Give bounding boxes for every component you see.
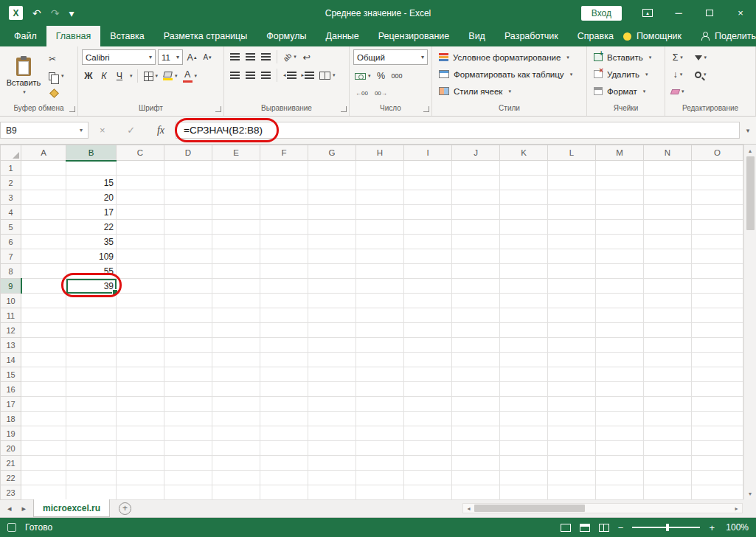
cell-K19[interactable]: [500, 426, 548, 441]
cell-C10[interactable]: [117, 294, 164, 308]
customize-quick-access-icon[interactable]: ▾: [69, 8, 74, 18]
cell-O21[interactable]: [692, 456, 743, 471]
align-top-button[interactable]: [228, 49, 241, 64]
fill-button[interactable]: ↓▾: [670, 67, 686, 82]
cell-C15[interactable]: [117, 367, 164, 382]
cell-E12[interactable]: [212, 323, 260, 338]
cell-L1[interactable]: [548, 161, 596, 176]
cell-L9[interactable]: [548, 279, 596, 294]
cell-A15[interactable]: [21, 367, 66, 382]
cell-A6[interactable]: [21, 235, 66, 249]
cell-K14[interactable]: [500, 353, 548, 367]
cell-O16[interactable]: [692, 382, 743, 397]
cell-E10[interactable]: [212, 294, 260, 308]
cell-B6[interactable]: 35: [66, 235, 117, 249]
cell-D14[interactable]: [164, 353, 212, 367]
row-header-8[interactable]: 8: [1, 264, 21, 279]
cell-B11[interactable]: [66, 308, 117, 323]
cell-I6[interactable]: [404, 235, 452, 249]
maximize-button[interactable]: [694, 0, 725, 26]
cell-O14[interactable]: [692, 353, 743, 367]
horizontal-scrollbar-thumb[interactable]: [474, 505, 585, 512]
cell-F22[interactable]: [260, 471, 308, 485]
cell-F8[interactable]: [260, 264, 308, 279]
cell-G6[interactable]: [308, 235, 356, 249]
cell-H2[interactable]: [356, 176, 404, 190]
cut-button[interactable]: ✂: [46, 52, 66, 66]
cell-C21[interactable]: [117, 456, 164, 471]
cell-D8[interactable]: [164, 264, 212, 279]
cell-D2[interactable]: [164, 176, 212, 190]
row-header-14[interactable]: 14: [1, 353, 21, 367]
merge-center-button[interactable]: ▾: [318, 68, 337, 83]
cell-N14[interactable]: [644, 353, 692, 367]
cell-H7[interactable]: [356, 249, 404, 264]
row-header-23[interactable]: 23: [1, 485, 21, 500]
cell-B2[interactable]: 15: [66, 176, 117, 190]
cell-I5[interactable]: [404, 220, 452, 235]
decrease-indent-button[interactable]: ◂: [282, 68, 298, 83]
row-header-9[interactable]: 9: [1, 279, 21, 294]
cell-E17[interactable]: [212, 397, 260, 412]
align-left-button[interactable]: [228, 68, 241, 83]
column-header-J[interactable]: J: [452, 145, 500, 161]
cell-A16[interactable]: [21, 382, 66, 397]
cell-O15[interactable]: [692, 367, 743, 382]
row-header-15[interactable]: 15: [1, 367, 21, 382]
cell-K7[interactable]: [500, 249, 548, 264]
column-header-I[interactable]: I: [404, 145, 452, 161]
cell-M5[interactable]: [596, 220, 644, 235]
row-header-11[interactable]: 11: [1, 308, 21, 323]
ribbon-display-options-button[interactable]: ▴: [632, 0, 663, 26]
decrease-decimal-button[interactable]: 00→: [372, 87, 389, 99]
cell-D10[interactable]: [164, 294, 212, 308]
insert-cells-button[interactable]: Вставить ▾: [591, 49, 661, 65]
cell-E13[interactable]: [212, 338, 260, 353]
row-header-17[interactable]: 17: [1, 397, 21, 412]
cell-J21[interactable]: [452, 456, 500, 471]
cell-L21[interactable]: [548, 456, 596, 471]
paste-button[interactable]: Вставить ▾: [4, 49, 44, 103]
decrease-font-size-button[interactable]: А▾: [201, 50, 214, 65]
bold-button[interactable]: Ж: [82, 69, 95, 83]
cell-L12[interactable]: [548, 323, 596, 338]
cell-C2[interactable]: [117, 176, 164, 190]
cell-N5[interactable]: [644, 220, 692, 235]
cell-G12[interactable]: [308, 323, 356, 338]
delete-cells-button[interactable]: Удалить ▾: [591, 66, 661, 82]
cell-D3[interactable]: [164, 190, 212, 205]
row-header-5[interactable]: 5: [1, 220, 21, 235]
cell-E18[interactable]: [212, 412, 260, 426]
cell-styles-button[interactable]: Стили ячеек ▾: [436, 83, 583, 99]
cell-L20[interactable]: [548, 441, 596, 456]
cell-A7[interactable]: [21, 249, 66, 264]
cell-I7[interactable]: [404, 249, 452, 264]
cell-B14[interactable]: [66, 353, 117, 367]
cell-I23[interactable]: [404, 485, 452, 500]
tab-insert[interactable]: Вставка: [100, 26, 153, 46]
cell-I19[interactable]: [404, 426, 452, 441]
sheet-tab-active[interactable]: microexcel.ru: [33, 499, 110, 517]
cell-M10[interactable]: [596, 294, 644, 308]
cell-F21[interactable]: [260, 456, 308, 471]
vertical-scrollbar[interactable]: ▴ ▾: [743, 145, 756, 499]
cell-F15[interactable]: [260, 367, 308, 382]
cell-O23[interactable]: [692, 485, 743, 500]
cell-F19[interactable]: [260, 426, 308, 441]
cell-A17[interactable]: [21, 397, 66, 412]
row-header-10[interactable]: 10: [1, 294, 21, 308]
cell-M13[interactable]: [596, 338, 644, 353]
cell-O9[interactable]: [692, 279, 743, 294]
cell-I12[interactable]: [404, 323, 452, 338]
scroll-right-button[interactable]: ▸: [731, 505, 742, 512]
cell-B10[interactable]: [66, 294, 117, 308]
cell-G23[interactable]: [308, 485, 356, 500]
cell-B17[interactable]: [66, 397, 117, 412]
cell-K12[interactable]: [500, 323, 548, 338]
cell-F23[interactable]: [260, 485, 308, 500]
macro-recording-icon[interactable]: [7, 523, 16, 532]
cell-O22[interactable]: [692, 471, 743, 485]
cancel-button[interactable]: ×: [100, 125, 105, 136]
cell-D6[interactable]: [164, 235, 212, 249]
minimize-button[interactable]: ─: [663, 0, 694, 26]
